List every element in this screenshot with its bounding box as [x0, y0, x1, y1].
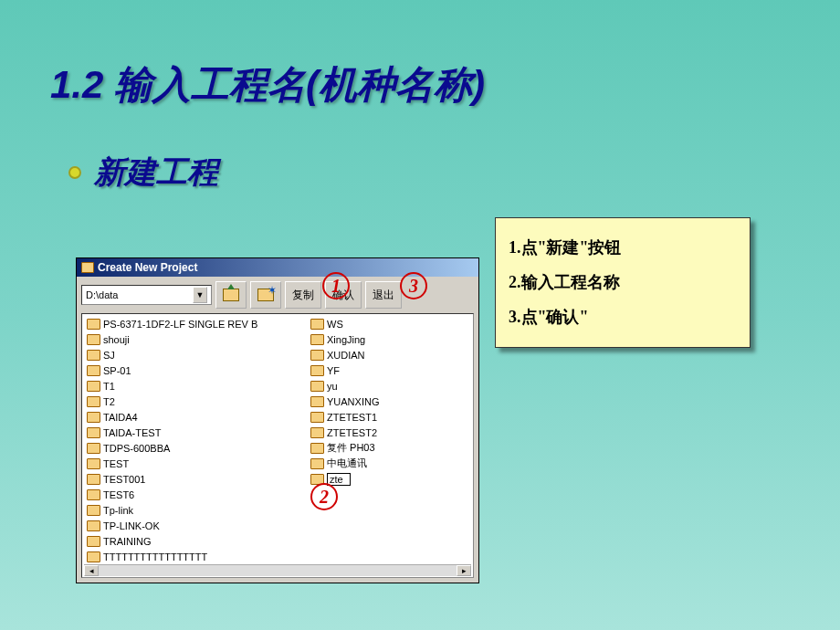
list-item-label: WS: [327, 319, 343, 330]
list-item[interactable]: TRAINING: [84, 533, 308, 549]
path-value: D:\data: [86, 289, 118, 300]
list-item[interactable]: TEST6: [84, 487, 308, 502]
list-item[interactable]: YUANXING: [308, 394, 465, 409]
folder-icon: [87, 520, 100, 531]
list-item-label: ZTETEST1: [327, 412, 377, 423]
list-item[interactable]: SJ: [84, 347, 308, 362]
slide-title: 1.2 输入工程名(机种名称): [0, 0, 840, 110]
list-item[interactable]: TAIDA-TEST: [84, 425, 308, 440]
list-item[interactable]: 复件 PH03: [308, 440, 465, 456]
folder-icon: [87, 396, 100, 407]
up-folder-button[interactable]: [215, 281, 247, 309]
file-list-area: PS-6371-1DF2-LF SINGLE REV BshoujiSJSP-0…: [81, 313, 474, 578]
list-item-label: T2: [103, 396, 115, 407]
copy-button[interactable]: 复制: [285, 281, 321, 309]
list-item[interactable]: WS: [308, 316, 465, 331]
file-column-1: PS-6371-1DF2-LF SINGLE REV BshoujiSJSP-0…: [84, 316, 308, 564]
folder-icon: [87, 489, 100, 500]
exit-button[interactable]: 退出: [365, 281, 402, 309]
folder-icon: [87, 365, 100, 376]
folder-icon: [310, 396, 324, 407]
list-item[interactable]: T1: [84, 378, 308, 394]
confirm-button[interactable]: 确认: [325, 281, 362, 309]
subtitle: 新建工程: [94, 152, 218, 194]
list-item[interactable]: T2: [84, 394, 308, 409]
folder-icon: [87, 381, 100, 392]
list-item-label: 复件 PH03: [327, 441, 375, 455]
list-item-label: TP-LINK-OK: [103, 520, 160, 531]
folder-icon: [310, 350, 324, 361]
path-dropdown[interactable]: D:\data ▼: [81, 285, 212, 305]
folder-icon: [87, 551, 100, 562]
list-item[interactable]: TEST: [84, 456, 308, 471]
dialog-titlebar[interactable]: Create New Project: [77, 258, 478, 277]
list-item-label: shouji: [103, 334, 130, 345]
folder-icon: [87, 319, 100, 330]
folder-icon: [310, 458, 324, 469]
instruction-callout: 1.点"新建"按钮 2.输入工程名称 3.点"确认": [495, 217, 751, 348]
list-item-label: YUANXING: [327, 396, 379, 407]
list-item-label: SJ: [103, 350, 115, 361]
folder-icon: [87, 505, 100, 516]
list-item[interactable]: ZTETEST2: [308, 425, 465, 440]
folder-icon: [310, 334, 324, 345]
folder-icon: [87, 350, 100, 361]
list-item[interactable]: SP-01: [84, 362, 308, 378]
list-item[interactable]: TAIDA4: [84, 409, 308, 425]
bullet-icon: [68, 166, 81, 179]
file-column-2: WSXingJingXUDIANYFyuYUANXINGZTETEST1ZTET…: [308, 316, 465, 564]
list-item[interactable]: Tp-link: [84, 502, 308, 518]
list-item-label: TEST001: [103, 474, 145, 485]
list-item[interactable]: TTTTTTTTTTTTTTTTT: [84, 549, 308, 564]
create-project-dialog: Create New Project D:\data ▼ 复制 确认 退出 PS…: [76, 257, 479, 583]
horizontal-scrollbar[interactable]: ◂ ▸: [84, 564, 471, 576]
list-item-label: TAIDA4: [103, 412, 138, 423]
folder-icon: [310, 474, 324, 485]
new-folder-button[interactable]: [250, 281, 281, 309]
subtitle-row: 新建工程: [0, 110, 840, 194]
scroll-right-icon[interactable]: ▸: [457, 565, 471, 576]
list-item-editing[interactable]: zte: [308, 471, 465, 487]
list-item[interactable]: TP-LINK-OK: [84, 518, 308, 533]
folder-icon: [87, 474, 100, 485]
dialog-title: Create New Project: [98, 261, 197, 274]
list-item-label: TEST: [103, 458, 129, 469]
list-item[interactable]: YF: [308, 362, 465, 378]
folder-icon: [310, 319, 324, 330]
list-item[interactable]: TEST001: [84, 471, 308, 487]
list-item-label: TTTTTTTTTTTTTTTTT: [103, 551, 207, 562]
list-item-label: TDPS-600BBA: [103, 443, 170, 454]
folder-icon: [87, 443, 100, 454]
list-item[interactable]: yu: [308, 378, 465, 394]
folder-icon: [87, 334, 100, 345]
list-item-label: 中电通讯: [327, 457, 367, 470]
dialog-toolbar: D:\data ▼ 复制 确认 退出: [77, 277, 478, 313]
folder-icon: [81, 262, 94, 273]
list-item[interactable]: XingJing: [308, 331, 465, 347]
list-item[interactable]: XUDIAN: [308, 347, 465, 362]
list-item-label: YF: [327, 365, 340, 376]
up-folder-icon: [223, 289, 239, 301]
list-item[interactable]: 中电通讯: [308, 456, 465, 471]
callout-line-3: 3.点"确认": [509, 300, 737, 335]
new-folder-icon: [257, 289, 274, 301]
folder-icon: [310, 365, 324, 376]
list-item-label: TAIDA-TEST: [103, 427, 161, 438]
list-item-label: TRAINING: [103, 536, 152, 547]
folder-icon: [310, 443, 324, 454]
folder-icon: [310, 427, 324, 438]
list-item-label: T1: [103, 381, 115, 392]
list-item[interactable]: PS-6371-1DF2-LF SINGLE REV B: [84, 316, 308, 331]
scroll-left-icon[interactable]: ◂: [84, 565, 99, 576]
list-item[interactable]: TDPS-600BBA: [84, 440, 308, 456]
chevron-down-icon[interactable]: ▼: [193, 287, 207, 303]
list-item-label: yu: [327, 381, 338, 392]
list-item[interactable]: ZTETEST1: [308, 409, 465, 425]
folder-name-input[interactable]: zte: [327, 473, 351, 486]
folder-icon: [87, 427, 100, 438]
list-item[interactable]: shouji: [84, 331, 308, 347]
list-item-label: XingJing: [327, 334, 365, 345]
list-item-label: TEST6: [103, 489, 134, 500]
folder-icon: [310, 412, 324, 423]
folder-icon: [87, 412, 100, 423]
